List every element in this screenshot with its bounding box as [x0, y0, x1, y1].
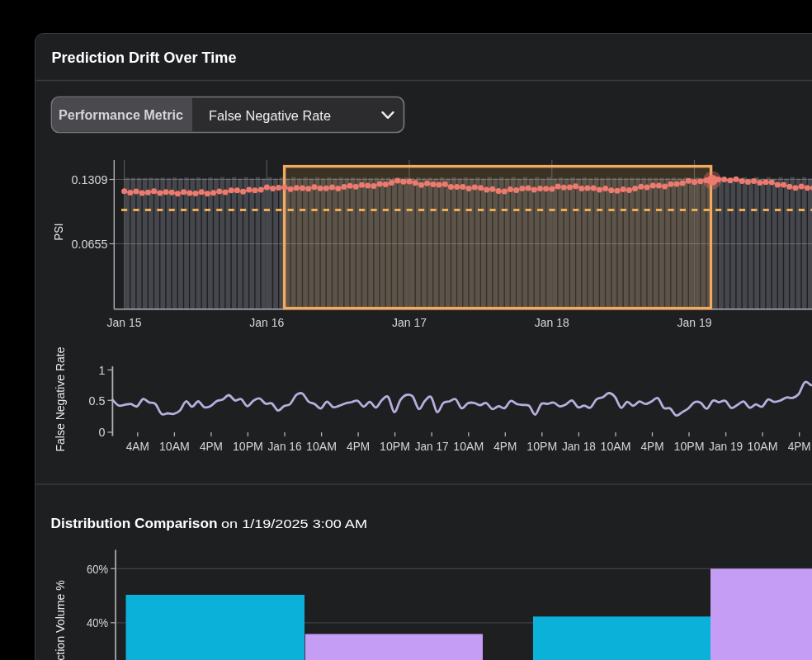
- svg-text:Jan 16: Jan 16: [249, 315, 284, 329]
- svg-text:10PM: 10PM: [380, 439, 410, 453]
- svg-text:Prediction Drift Over Time: Prediction Drift Over Time: [52, 49, 237, 66]
- svg-text:60%: 60%: [87, 562, 108, 576]
- svg-text:Jan 18: Jan 18: [535, 315, 569, 329]
- svg-text:0: 0: [98, 425, 105, 439]
- svg-text:4PM: 4PM: [493, 439, 517, 453]
- svg-text:10AM: 10AM: [748, 439, 778, 453]
- svg-text:Jan 15: Jan 15: [107, 315, 142, 329]
- svg-text:1: 1: [98, 363, 105, 377]
- svg-text:4PM: 4PM: [641, 439, 664, 453]
- svg-text:Jan 19: Jan 19: [677, 315, 712, 329]
- svg-text:PSI: PSI: [52, 224, 65, 241]
- svg-text:40%: 40%: [87, 615, 108, 629]
- svg-text:4PM: 4PM: [788, 439, 811, 453]
- svg-text:0.1309: 0.1309: [72, 172, 108, 186]
- svg-text:Prediction Volume %: Prediction Volume %: [54, 580, 67, 660]
- svg-text:Jan 18: Jan 18: [562, 439, 596, 453]
- svg-text:4AM: 4AM: [126, 439, 149, 453]
- svg-text:10PM: 10PM: [526, 439, 557, 453]
- svg-text:10PM: 10PM: [233, 439, 263, 453]
- svg-text:False Negative Rate: False Negative Rate: [209, 108, 331, 124]
- svg-text:10AM: 10AM: [601, 439, 631, 453]
- svg-text:10PM: 10PM: [674, 439, 705, 453]
- svg-text:0.0655: 0.0655: [72, 237, 108, 251]
- svg-text:0.5: 0.5: [88, 394, 105, 408]
- svg-text:10AM: 10AM: [159, 439, 190, 453]
- svg-text:4PM: 4PM: [200, 439, 223, 453]
- svg-text:4PM: 4PM: [347, 439, 370, 453]
- svg-text:10AM: 10AM: [306, 439, 337, 453]
- svg-text:False Negative Rate: False Negative Rate: [54, 347, 67, 452]
- svg-text:Jan 16: Jan 16: [268, 439, 302, 453]
- svg-text:Performance Metric: Performance Metric: [59, 108, 183, 122]
- svg-text:Jan 17: Jan 17: [415, 439, 449, 453]
- svg-text:10AM: 10AM: [453, 439, 484, 453]
- svg-text:Jan 19: Jan 19: [709, 439, 743, 453]
- svg-text:Distribution Comparison: Distribution Comparison: [51, 516, 218, 531]
- svg-text:on 1/19/2025 3:00 AM: on 1/19/2025 3:00 AM: [221, 516, 367, 530]
- svg-text:Jan 17: Jan 17: [392, 315, 427, 329]
